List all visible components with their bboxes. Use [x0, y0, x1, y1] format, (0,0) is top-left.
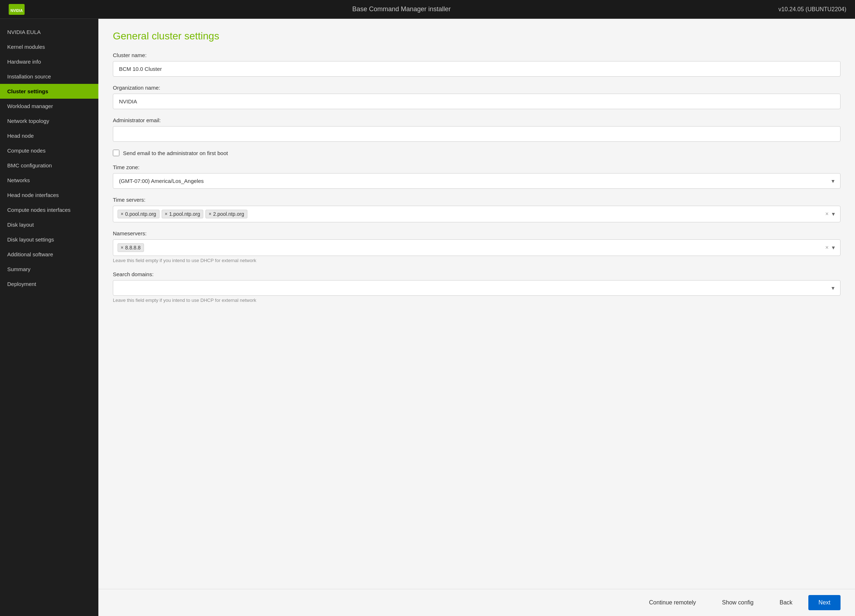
time-server-tag-0-remove[interactable]: × [121, 211, 123, 217]
sidebar-item-networks[interactable]: Networks [0, 173, 98, 188]
sidebar-item-compute-nodes[interactable]: Compute nodes [0, 143, 98, 158]
time-server-tag-1: × 1.pool.ntp.org [162, 210, 204, 219]
org-name-input[interactable] [113, 94, 841, 109]
admin-email-group: Administrator email: [113, 117, 841, 142]
search-domains-group: Search domains: ▼ Leave this field empty… [113, 271, 841, 303]
nameservers-group: Nameservers: × 8.8.8.8 × ▼ Leave this fi… [113, 230, 841, 263]
nameservers-clear-icon[interactable]: × [825, 245, 829, 251]
sidebar-item-head-node-interfaces[interactable]: Head node interfaces [0, 188, 98, 202]
sidebar-item-disk-layout-settings[interactable]: Disk layout settings [0, 232, 98, 247]
search-domains-label: Search domains: [113, 271, 841, 277]
sidebar-item-nvidia-eula[interactable]: NVIDIA EULA [0, 24, 98, 40]
sidebar-item-deployment[interactable]: Deployment [0, 277, 98, 291]
admin-email-label: Administrator email: [113, 117, 841, 123]
time-servers-chevron-icon[interactable]: ▼ [831, 211, 836, 217]
time-servers-group: Time servers: × 0.pool.ntp.org × 1.pool.… [113, 197, 841, 222]
nameservers-input[interactable]: × 8.8.8.8 × ▼ [113, 239, 841, 256]
sidebar: NVIDIA EULA Kernel modules Hardware info… [0, 19, 98, 616]
time-servers-controls: × ▼ [825, 211, 836, 217]
sidebar-item-workload-manager[interactable]: Workload manager [0, 99, 98, 113]
next-button[interactable]: Next [808, 595, 841, 610]
page-title: General cluster settings [113, 31, 841, 42]
main-layout: NVIDIA EULA Kernel modules Hardware info… [0, 19, 855, 616]
sidebar-item-network-topology[interactable]: Network topology [0, 113, 98, 128]
sidebar-item-cluster-settings[interactable]: Cluster settings [0, 84, 98, 99]
sidebar-item-disk-layout[interactable]: Disk layout [0, 217, 98, 232]
nameserver-tag-0: × 8.8.8.8 [118, 243, 144, 252]
sidebar-item-hardware-info[interactable]: Hardware info [0, 54, 98, 69]
timezone-select-wrapper: (GMT-07:00) America/Los_Angeles ▼ [113, 173, 841, 189]
time-servers-input[interactable]: × 0.pool.ntp.org × 1.pool.ntp.org × 2.po… [113, 206, 841, 222]
nameservers-label: Nameservers: [113, 230, 841, 237]
logo-area: NVIDIA [9, 4, 25, 15]
sidebar-item-kernel-modules[interactable]: Kernel modules [0, 40, 98, 54]
timezone-group: Time zone: (GMT-07:00) America/Los_Angel… [113, 164, 841, 189]
sidebar-item-compute-nodes-interfaces[interactable]: Compute nodes interfaces [0, 202, 98, 217]
search-domains-select[interactable] [113, 280, 841, 296]
time-server-tag-0-value: 0.pool.ntp.org [125, 211, 156, 217]
content-scroll: General cluster settings Cluster name: O… [98, 19, 855, 589]
cluster-name-label: Cluster name: [113, 52, 841, 58]
continue-remotely-button[interactable]: Continue remotely [639, 595, 706, 610]
timezone-label: Time zone: [113, 164, 841, 170]
sidebar-item-installation-source[interactable]: Installation source [0, 69, 98, 84]
time-server-tag-1-value: 1.pool.ntp.org [169, 211, 201, 217]
content-area: General cluster settings Cluster name: O… [98, 19, 855, 616]
sidebar-item-head-node[interactable]: Head node [0, 128, 98, 143]
send-email-row: Send email to the administrator on first… [113, 150, 841, 156]
nameserver-tag-0-remove[interactable]: × [121, 245, 123, 250]
nvidia-logo: NVIDIA [9, 4, 25, 15]
sidebar-item-additional-software[interactable]: Additional software [0, 247, 98, 262]
header-version: v10.24.05 (UBUNTU2204) [778, 6, 846, 13]
sidebar-item-summary[interactable]: Summary [0, 262, 98, 277]
cluster-name-input[interactable] [113, 61, 841, 76]
time-server-tag-1-remove[interactable]: × [165, 211, 167, 217]
nvidia-logo-icon: NVIDIA [9, 4, 25, 15]
back-button[interactable]: Back [770, 595, 803, 610]
admin-email-input[interactable] [113, 126, 841, 142]
time-server-tag-0: × 0.pool.ntp.org [118, 210, 159, 219]
nameservers-helper: Leave this field empty if you intend to … [113, 258, 841, 263]
time-servers-label: Time servers: [113, 197, 841, 203]
sidebar-item-bmc-configuration[interactable]: BMC configuration [0, 158, 98, 173]
time-server-tag-2-value: 2.pool.ntp.org [213, 211, 244, 217]
bottom-bar: Continue remotely Show config Back Next [98, 589, 855, 616]
search-domains-helper: Leave this field empty if you intend to … [113, 298, 841, 303]
show-config-button[interactable]: Show config [712, 595, 763, 610]
header-title: Base Command Manager installer [352, 5, 450, 13]
cluster-name-group: Cluster name: [113, 52, 841, 76]
svg-text:NVIDIA: NVIDIA [11, 9, 23, 13]
send-email-checkbox[interactable] [113, 150, 120, 156]
nameservers-chevron-icon[interactable]: ▼ [831, 245, 836, 251]
time-server-tag-2-remove[interactable]: × [209, 211, 211, 217]
org-name-group: Organization name: [113, 85, 841, 109]
time-server-tag-2: × 2.pool.ntp.org [205, 210, 247, 219]
time-servers-clear-icon[interactable]: × [825, 211, 829, 217]
org-name-label: Organization name: [113, 85, 841, 91]
timezone-select[interactable]: (GMT-07:00) America/Los_Angeles [113, 173, 841, 189]
nameservers-controls: × ▼ [825, 245, 836, 251]
top-header: NVIDIA Base Command Manager installer v1… [0, 0, 855, 19]
send-email-label: Send email to the administrator on first… [123, 150, 228, 156]
search-domains-select-wrapper: ▼ [113, 280, 841, 296]
nameserver-tag-0-value: 8.8.8.8 [125, 245, 141, 251]
